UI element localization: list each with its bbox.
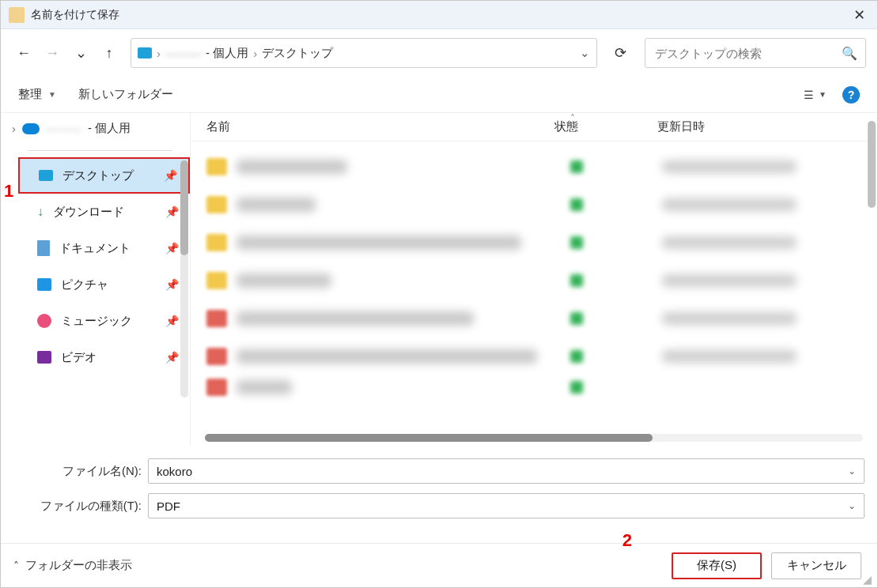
recent-locations-button[interactable]: ⌄ <box>69 41 93 65</box>
tree-root-blurred: ——— <box>46 122 81 135</box>
sidebar-item-label: ドキュメント <box>59 241 131 256</box>
download-icon: ↓ <box>37 205 44 219</box>
folder-icon <box>206 158 227 175</box>
organize-label: 整理 <box>18 87 42 102</box>
navigation-pane: › ——— - 個人用 1 デスクトップ 📌 ↓ ダウンロード 📌 ドキュメント… <box>1 113 191 445</box>
new-folder-button[interactable]: 新しいフォルダー <box>78 87 173 102</box>
filename-section: ファイル名(N): kokoro ⌄ ファイルの種類(T): PDF ⌄ <box>1 445 877 533</box>
blurred-date <box>662 198 797 211</box>
document-icon <box>37 240 50 256</box>
blurred-date <box>662 274 797 287</box>
file-icon <box>206 379 227 396</box>
save-button[interactable]: 保存(S) <box>672 552 762 579</box>
list-item[interactable] <box>191 148 877 186</box>
video-icon <box>37 351 51 364</box>
cancel-button[interactable]: キャンセル <box>771 552 861 579</box>
close-button[interactable]: ✕ <box>841 1 877 29</box>
sort-indicator-icon: ˄ <box>570 113 575 124</box>
horizontal-scrollbar[interactable] <box>205 434 863 442</box>
column-date[interactable]: 更新日時 <box>641 119 877 134</box>
status-badge <box>570 160 583 173</box>
blurred-date <box>662 312 797 325</box>
list-item[interactable] <box>191 262 877 300</box>
vertical-scrollbar[interactable] <box>868 121 876 208</box>
address-dropdown-icon[interactable]: ⌄ <box>580 46 590 60</box>
organize-menu[interactable]: 整理 ▼ <box>18 87 56 102</box>
chevron-down-icon[interactable]: ⌄ <box>848 466 856 477</box>
list-rows <box>191 141 877 399</box>
chevron-down-icon[interactable]: ⌄ <box>848 500 856 511</box>
address-bar[interactable]: › ——— - 個人用 › デスクトップ ⌄ <box>131 38 597 68</box>
search-icon[interactable]: 🔍 <box>842 46 857 61</box>
pin-icon: 📌 <box>164 169 177 182</box>
list-item[interactable] <box>191 337 877 375</box>
filetype-select[interactable]: PDF ⌄ <box>148 493 865 518</box>
new-folder-label: 新しいフォルダー <box>78 87 173 102</box>
search-box[interactable]: 🔍 <box>645 38 866 68</box>
breadcrumb-current[interactable]: デスクトップ <box>262 46 333 61</box>
forward-button[interactable]: → <box>40 41 64 65</box>
sidebar-item-label: ピクチャ <box>61 277 108 292</box>
breadcrumb-personal[interactable]: - 個人用 <box>206 46 248 61</box>
pictures-icon <box>37 278 51 291</box>
sidebar-item-label: ビデオ <box>61 350 97 365</box>
list-view-icon: ☰ <box>804 89 814 101</box>
up-button[interactable]: ↑ <box>97 41 121 65</box>
pin-icon: 📌 <box>165 315 179 327</box>
dialog-body: › ——— - 個人用 1 デスクトップ 📌 ↓ ダウンロード 📌 ドキュメント… <box>1 113 877 445</box>
status-badge <box>570 312 583 325</box>
sidebar-item-documents[interactable]: ドキュメント 📌 <box>18 230 190 266</box>
save-button-label: 保存(S) <box>697 558 736 573</box>
sidebar-item-music[interactable]: ミュージック 📌 <box>18 303 190 339</box>
list-item[interactable] <box>191 300 877 337</box>
location-icon <box>138 47 152 58</box>
cloud-icon <box>22 123 40 134</box>
refresh-button[interactable]: ⟳ <box>605 38 635 68</box>
filename-label: ファイル名(N): <box>13 464 148 479</box>
status-badge <box>570 236 583 249</box>
blurred-filename <box>237 160 347 174</box>
breadcrumb-root[interactable]: ——— <box>165 47 201 60</box>
list-item[interactable] <box>191 186 877 224</box>
status-badge <box>570 350 583 363</box>
status-badge <box>570 274 583 287</box>
list-item[interactable] <box>191 375 877 399</box>
navpane-scrollbar[interactable] <box>180 160 188 398</box>
title-bar: 名前を付けて保存 ✕ <box>1 1 877 29</box>
filename-value: kokoro <box>157 465 192 478</box>
column-status[interactable]: 状態 <box>539 119 641 134</box>
help-button[interactable]: ? <box>842 86 860 104</box>
column-name[interactable]: 名前 <box>191 119 539 134</box>
pin-icon: 📌 <box>165 242 179 254</box>
hide-folders-label: フォルダーの非表示 <box>25 558 132 573</box>
back-button[interactable]: ← <box>12 41 36 65</box>
filename-input[interactable]: kokoro ⌄ <box>148 458 865 484</box>
sidebar-item-desktop[interactable]: デスクトップ 📌 <box>18 157 190 194</box>
breadcrumb-sep-icon: › <box>253 47 257 60</box>
button-bar: ˄ フォルダーの非表示 2 保存(S) キャンセル ◢ <box>1 543 877 587</box>
window-title: 名前を付けて保存 <box>31 8 119 22</box>
quick-access-list: デスクトップ 📌 ↓ ダウンロード 📌 ドキュメント 📌 ピクチャ 📌 ミュージ… <box>1 157 190 375</box>
filename-row: ファイル名(N): kokoro ⌄ <box>13 456 865 486</box>
sidebar-item-videos[interactable]: ビデオ 📌 <box>18 339 190 375</box>
tree-root[interactable]: › ——— - 個人用 <box>1 113 190 147</box>
sidebar-item-downloads[interactable]: ↓ ダウンロード 📌 <box>18 194 190 230</box>
sidebar-item-pictures[interactable]: ピクチャ 📌 <box>18 266 190 303</box>
tree-root-suffix: - 個人用 <box>88 121 131 136</box>
search-input[interactable] <box>653 46 842 61</box>
blurred-date <box>662 160 797 173</box>
file-icon <box>206 310 227 327</box>
sidebar-item-label: ミュージック <box>61 314 132 329</box>
folder-icon <box>206 196 227 213</box>
list-item[interactable] <box>191 224 877 262</box>
pin-icon: 📌 <box>165 205 179 218</box>
file-icon <box>206 348 227 365</box>
annotation-marker-2: 2 <box>623 530 632 551</box>
hide-folders-button[interactable]: ˄ フォルダーの非表示 <box>13 558 132 573</box>
sidebar-item-label: デスクトップ <box>62 168 134 183</box>
view-options-button[interactable]: ☰ ▼ <box>804 89 827 101</box>
filetype-label: ファイルの種類(T): <box>13 499 148 514</box>
pin-icon: 📌 <box>165 351 179 364</box>
blurred-filename <box>237 198 316 212</box>
resize-grip[interactable]: ◢ <box>863 573 874 584</box>
